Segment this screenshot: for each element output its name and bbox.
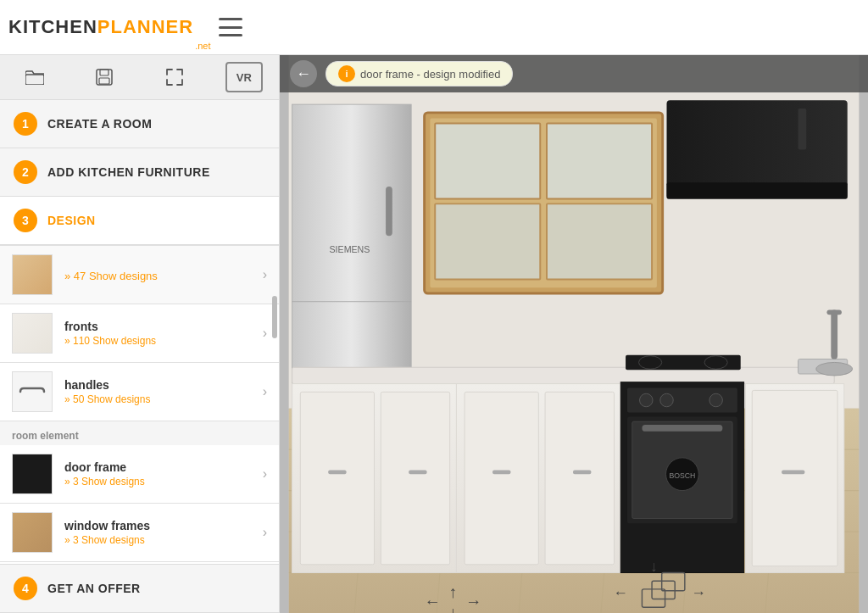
step-3[interactable]: 3 DESIGN [0,197,279,245]
step-2-number: 2 [14,160,37,184]
svg-text:←: ← [614,584,628,601]
svg-text:SIEMENS: SIEMENS [329,244,370,254]
svg-rect-21 [435,203,540,279]
svg-rect-39 [492,470,510,474]
svg-rect-29 [798,109,807,149]
handles-arrow: › [263,384,267,399]
status-badge: i door frame - design modified [326,61,513,86]
svg-rect-19 [435,123,540,198]
status-text: door frame - design modified [360,68,500,81]
window-frames-1-name: window frames [64,519,263,532]
design-list: » 47 Show designs › fronts » 110 Show de… [0,245,279,564]
window-frames-1-thumb [12,512,53,553]
svg-rect-34 [328,470,346,474]
svg-text:BOSCH: BOSCH [669,471,695,480]
fronts-thumb [12,313,53,354]
step-3-label: DESIGN [47,214,96,227]
svg-point-49 [660,393,674,407]
door-frame-thumb [12,454,53,494]
step-1[interactable]: 1 CREATE A ROOM [0,100,279,148]
svg-point-48 [640,393,654,407]
fronts-count: » 110 Show designs [64,335,263,347]
door-frame-item[interactable]: door frame » 3 Show designs › [0,445,279,504]
step-4-number: 4 [14,577,37,600]
window-frames-1-count: » 3 Show designs [64,534,263,546]
door-frame-arrow: › [263,466,267,482]
menu-icon[interactable] [219,18,242,36]
open-button[interactable] [16,62,53,92]
svg-text:←: ← [425,592,441,610]
sidebar: VR 1 CREATE A ROOM 2 ADD KITCHEN FURNITU… [0,55,280,613]
svg-rect-37 [465,392,538,565]
fronts-arrow: › [263,326,267,341]
main-layout: VR 1 CREATE A ROOM 2 ADD KITCHEN FURNITU… [0,55,868,613]
step-1-label: CREATE A ROOM [47,117,152,131]
window-frames-1-item[interactable]: window frames » 3 Show designs › [0,504,279,562]
svg-rect-55 [752,390,837,566]
scrollbar-thumb[interactable] [272,296,277,338]
svg-rect-59 [826,309,841,315]
svg-text:→: → [465,592,481,610]
room-element-label: room element [0,421,279,445]
status-icon: i [338,65,355,82]
viewport-toolbar: ← i door frame - design modified [280,55,868,92]
svg-text:→: → [692,584,706,601]
svg-text:↓: ↓ [650,558,658,575]
svg-rect-56 [782,470,804,474]
svg-rect-30 [292,367,835,383]
step-4-label: GET AN OFFER [47,582,141,595]
kitchen-scene: SIEMENS [280,55,868,613]
logo-net: .net [195,41,210,51]
step-2[interactable]: 2 ADD KITCHEN FURNITURE [0,148,279,197]
door-frame-name: door frame [64,460,263,474]
svg-rect-38 [545,392,614,565]
save-button[interactable] [86,62,123,92]
svg-rect-24 [386,187,392,236]
svg-rect-33 [381,392,449,565]
app-header: KITCHEN PLANNER .net [0,0,868,55]
svg-rect-44 [642,425,722,432]
handles-name: handles [64,378,263,392]
fronts-item[interactable]: fronts » 110 Show designs › [0,304,279,363]
logo-planner: PLANNER [97,16,193,38]
back-button[interactable]: ← [290,60,317,87]
handles-info: handles » 50 Show designs [64,378,263,405]
svg-rect-22 [547,203,652,279]
step-1-number: 1 [14,112,37,136]
show-designs-top-info: » 47 Show designs [64,268,263,282]
step-4[interactable]: 4 GET AN OFFER [0,564,279,613]
door-frame-info: door frame » 3 Show designs [64,460,263,488]
window-frames-1-info: window frames » 3 Show designs [64,519,263,546]
svg-rect-40 [573,470,591,474]
svg-rect-58 [831,309,837,359]
fullscreen-button[interactable] [156,62,193,92]
handles-count: » 50 Show designs [64,393,263,405]
svg-text:↑: ↑ [449,582,458,601]
show-designs-top[interactable]: » 47 Show designs › [0,245,279,304]
show-designs-top-thumb [12,254,53,295]
fronts-info: fronts » 110 Show designs [64,320,263,347]
logo-kitchen: KITCHEN [8,16,97,38]
vr-button[interactable]: VR [225,62,263,92]
svg-rect-35 [409,470,426,474]
handles-item[interactable]: handles » 50 Show designs › [0,363,279,421]
step-3-number: 3 [14,209,37,232]
viewport: ← i door frame - design modified [280,55,868,613]
svg-rect-32 [300,392,374,565]
vr-label: VR [236,71,252,84]
svg-text:↓: ↓ [449,603,458,613]
window-frames-2-item[interactable]: window frames » 3 Show designs › [0,562,279,564]
back-icon: ← [296,65,311,83]
svg-rect-20 [547,123,652,198]
sidebar-toolbar: VR [0,55,279,100]
svg-rect-2 [100,70,108,75]
svg-point-60 [816,362,853,376]
svg-rect-28 [667,182,848,198]
svg-rect-3 [99,78,109,84]
svg-point-50 [709,393,723,407]
door-frame-count: » 3 Show designs [64,476,263,488]
show-designs-top-arrow: › [263,267,267,282]
fronts-name: fronts [64,320,263,333]
handles-thumb [12,371,53,412]
show-designs-top-count: » 47 Show designs [64,270,263,282]
